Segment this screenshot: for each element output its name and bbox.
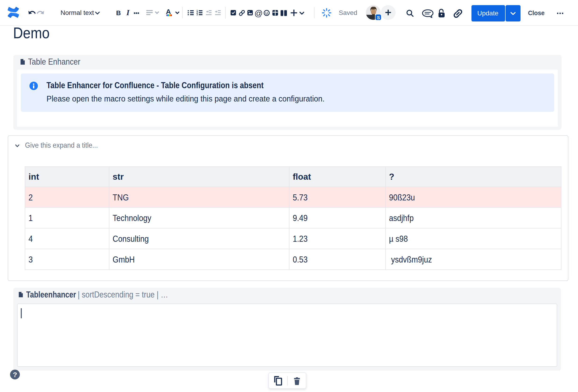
svg-text:3: 3 [196,13,198,16]
